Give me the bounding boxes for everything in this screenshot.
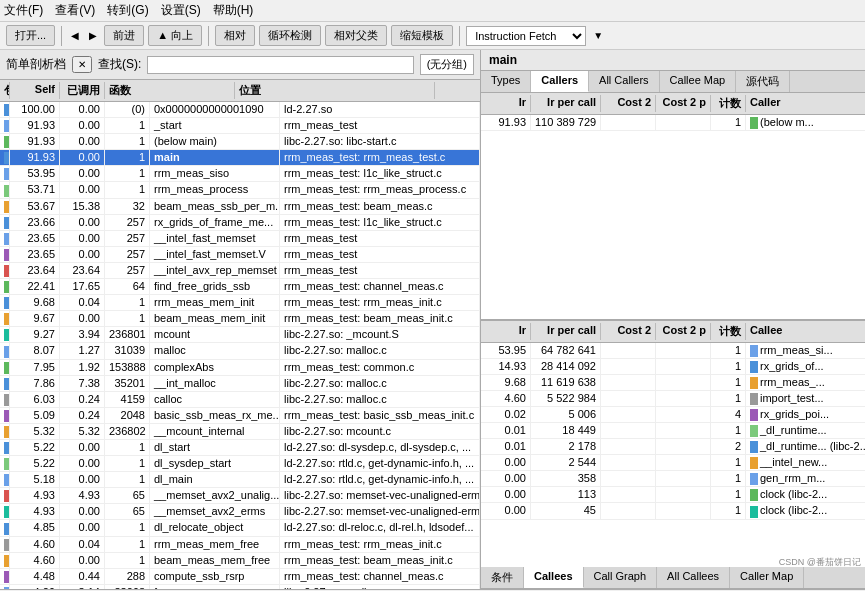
table-row[interactable]: 4.93 4.93 65 __memset_avx2_unalig... lib… xyxy=(0,488,480,504)
table-row[interactable]: 5.22 0.00 1 dl_start ld-2.27.so: dl-sysd… xyxy=(0,440,480,456)
table-row[interactable]: 53.95 0.00 1 rrm_meas_siso rrm_meas_test… xyxy=(0,166,480,182)
callers-col-count[interactable]: 计数 xyxy=(711,95,746,112)
callee-ir: 53.95 xyxy=(481,343,531,358)
table-row[interactable]: 4.85 0.00 1 dl_relocate_object ld-2.27.s… xyxy=(0,520,480,536)
table-row[interactable]: 91.93 0.00 1 _start rrm_meas_test xyxy=(0,118,480,134)
callers-col-irpc[interactable]: Ir per call xyxy=(531,95,601,112)
search-input[interactable] xyxy=(147,56,413,74)
next-nav-icon[interactable]: ▶ xyxy=(86,28,100,43)
table-row[interactable]: 23.64 23.64 257 __intel_avx_rep_memset r… xyxy=(0,263,480,279)
callees-col-irpc[interactable]: Ir per call xyxy=(531,323,601,340)
callees-col-count[interactable]: 计数 xyxy=(711,323,746,340)
table-row[interactable]: 100.00 0.00 (0) 0x0000000000001090 ld-2.… xyxy=(0,102,480,118)
callees-col-cost2p[interactable]: Cost 2 p xyxy=(656,323,711,340)
callers-col-cost2[interactable]: Cost 2 xyxy=(601,95,656,112)
table-row[interactable]: 23.66 0.00 257 rx_grids_of_frame_me... r… xyxy=(0,215,480,231)
relative-button[interactable]: 相对 xyxy=(215,25,255,46)
caller-ir: 91.93 xyxy=(481,115,531,130)
bottom-tab-call-graph[interactable]: Call Graph xyxy=(584,567,658,588)
tab-callers[interactable]: Callers xyxy=(531,71,589,92)
dropdown-icon[interactable]: ▼ xyxy=(590,28,606,43)
callee-row[interactable]: 9.68 11 619 638 1 rrm_meas_... xyxy=(481,375,865,391)
table-row[interactable]: 91.93 0.00 1 (below main) libc-2.27.so: … xyxy=(0,134,480,150)
tab-callee-map[interactable]: Callee Map xyxy=(660,71,737,92)
table-row[interactable]: 53.67 15.38 32 beam_meas_ssb_per_m... rr… xyxy=(0,199,480,215)
table-row[interactable]: 91.93 0.00 1 main rrm_meas_test: rrm_mea… xyxy=(0,150,480,166)
header-func[interactable]: 函数 xyxy=(105,82,235,99)
table-row[interactable]: 23.65 0.00 257 __intel_fast_memset.V rrm… xyxy=(0,247,480,263)
prev-button[interactable]: 前进 xyxy=(104,25,144,46)
callee-irpc: 11 619 638 xyxy=(531,375,601,390)
bottom-tab-all-callees[interactable]: All Callees xyxy=(657,567,730,588)
table-row[interactable]: 9.68 0.04 1 rrm_meas_mem_init rrm_meas_t… xyxy=(0,295,480,311)
menu-view[interactable]: 查看(V) xyxy=(55,2,95,19)
table-row[interactable]: 4.26 3.14 33068 free libc-2.27.so: mallo… xyxy=(0,585,480,589)
row-called: 2048 xyxy=(105,408,150,423)
cycle-button[interactable]: 循环检测 xyxy=(259,25,321,46)
open-button[interactable]: 打开... xyxy=(6,25,55,46)
callee-row[interactable]: 0.00 113 1 clock (libc-2... xyxy=(481,487,865,503)
table-row[interactable]: 4.60 0.00 1 beam_meas_mem_free rrm_meas_… xyxy=(0,553,480,569)
callee-row[interactable]: 0.00 2 544 1 __intel_new... xyxy=(481,455,865,471)
close-search-button[interactable]: ✕ xyxy=(72,56,92,73)
row-func: beam_meas_mem_init xyxy=(150,311,280,326)
table-row[interactable]: 4.93 0.00 65 __memset_avx2_erms libc-2.2… xyxy=(0,504,480,520)
row-indicator xyxy=(0,311,10,326)
table-row[interactable]: 5.32 5.32 236802 __mcount_internal libc-… xyxy=(0,424,480,440)
table-row[interactable]: 4.60 0.04 1 rrm_meas_mem_free rrm_meas_t… xyxy=(0,537,480,553)
callee-row[interactable]: 4.60 5 522 984 1 import_test... xyxy=(481,391,865,407)
template-button[interactable]: 缩短模板 xyxy=(391,25,453,46)
row-self: 1.27 xyxy=(60,343,105,358)
table-row[interactable]: 9.27 3.94 236801 mcount libc-2.27.so: _m… xyxy=(0,327,480,343)
table-row[interactable]: 5.09 0.24 2048 basic_ssb_meas_rx_me... r… xyxy=(0,408,480,424)
callee-row[interactable]: 0.00 45 1 clock (libc-2... xyxy=(481,503,865,519)
caller-row[interactable]: 91.93 110 389 729 1 (below m... xyxy=(481,115,865,131)
group-selector[interactable]: (无分组) xyxy=(420,54,474,75)
table-row[interactable]: 4.48 0.44 288 compute_ssb_rsrp rrm_meas_… xyxy=(0,569,480,585)
callees-col-callee[interactable]: Callee xyxy=(746,323,865,340)
callees-col-ir[interactable]: Ir xyxy=(481,323,531,340)
menu-settings[interactable]: 设置(S) xyxy=(161,2,201,19)
menu-help[interactable]: 帮助(H) xyxy=(213,2,254,19)
table-row[interactable]: 7.86 7.38 35201 __int_malloc libc-2.27.s… xyxy=(0,376,480,392)
callee-count: 1 xyxy=(711,391,746,406)
row-pos: libc-2.27.so: malloc.c xyxy=(280,376,480,391)
header-pos[interactable]: 位置 xyxy=(235,82,435,99)
callee-row[interactable]: 0.00 358 1 gen_rrm_m... xyxy=(481,471,865,487)
callee-row[interactable]: 53.95 64 782 641 1 rrm_meas_si... xyxy=(481,343,865,359)
up-button[interactable]: ▲ 向上 xyxy=(148,25,202,46)
callers-col-caller[interactable]: Caller xyxy=(746,95,865,112)
callers-col-cost2p[interactable]: Cost 2 p xyxy=(656,95,711,112)
tab-源代码[interactable]: 源代码 xyxy=(736,71,790,92)
callee-row[interactable]: 14.93 28 414 092 1 rx_grids_of... xyxy=(481,359,865,375)
table-row[interactable]: 9.67 0.00 1 beam_meas_mem_init rrm_meas_… xyxy=(0,311,480,327)
callee-row[interactable]: 0.01 2 178 2 _dl_runtime... (libc-2... xyxy=(481,439,865,455)
header-self[interactable]: Self xyxy=(10,82,60,99)
bottom-tab-callees[interactable]: Callees xyxy=(524,567,584,588)
row-func: rx_grids_of_frame_me... xyxy=(150,215,280,230)
bottom-tab-caller-map[interactable]: Caller Map xyxy=(730,567,804,588)
menu-file[interactable]: 文件(F) xyxy=(4,2,43,19)
table-row[interactable]: 5.22 0.00 1 dl_sysdep_start ld-2.27.so: … xyxy=(0,456,480,472)
table-row[interactable]: 23.65 0.00 257 __intel_fast_memset rrm_m… xyxy=(0,231,480,247)
function-select[interactable]: Instruction Fetch xyxy=(466,26,586,46)
table-row[interactable]: 5.18 0.00 1 dl_main ld-2.27.so: rtld.c, … xyxy=(0,472,480,488)
callees-col-cost2[interactable]: Cost 2 xyxy=(601,323,656,340)
callers-col-ir[interactable]: Ir xyxy=(481,95,531,112)
callee-row[interactable]: 0.01 18 449 1 _dl_runtime... xyxy=(481,423,865,439)
header-called[interactable]: 已调用 xyxy=(60,82,105,99)
prev-nav-icon[interactable]: ◀ xyxy=(68,28,82,43)
callee-cost2 xyxy=(601,375,656,390)
callee-row[interactable]: 0.02 5 006 4 rx_grids_poi... xyxy=(481,407,865,423)
tab-types[interactable]: Types xyxy=(481,71,531,92)
table-row[interactable]: 6.03 0.24 4159 calloc libc-2.27.so: mall… xyxy=(0,392,480,408)
relative-parent-button[interactable]: 相对父类 xyxy=(325,25,387,46)
table-row[interactable]: 53.71 0.00 1 rrm_meas_process rrm_meas_t… xyxy=(0,182,480,198)
row-called: 257 xyxy=(105,263,150,278)
bottom-tab-条件[interactable]: 条件 xyxy=(481,567,524,588)
table-row[interactable]: 7.95 1.92 153888 complexAbs rrm_meas_tes… xyxy=(0,360,480,376)
menu-goto[interactable]: 转到(G) xyxy=(107,2,148,19)
table-row[interactable]: 22.41 17.65 64 find_free_grids_ssb rrm_m… xyxy=(0,279,480,295)
table-row[interactable]: 8.07 1.27 31039 malloc libc-2.27.so: mal… xyxy=(0,343,480,359)
tab-all-callers[interactable]: All Callers xyxy=(589,71,660,92)
